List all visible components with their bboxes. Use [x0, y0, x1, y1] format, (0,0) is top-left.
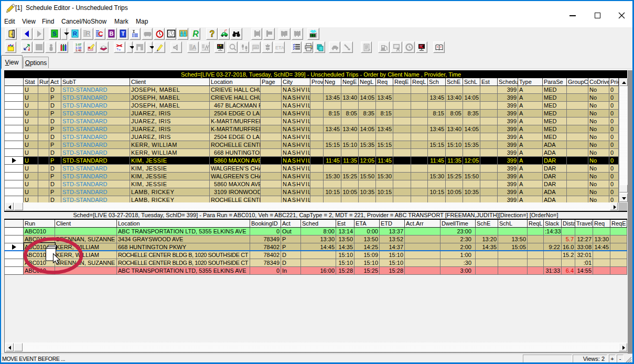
- svg-text:Trip: Trip: [116, 48, 121, 51]
- svg-text:?: ?: [225, 29, 227, 32]
- svg-text:A: A: [192, 44, 197, 50]
- svg-text:..: ..: [156, 49, 158, 52]
- svg-text:S: S: [52, 30, 56, 37]
- svg-text:1:40: 1:40: [76, 49, 81, 52]
- svg-text:R: R: [86, 30, 91, 37]
- svg-text:ETA: ETA: [275, 45, 284, 50]
- svg-text:?: ?: [210, 29, 215, 38]
- svg-text:R: R: [73, 30, 77, 37]
- svg-text:C: C: [98, 30, 103, 38]
- svg-text:T: T: [121, 30, 125, 37]
- svg-text:Lbl: Lbl: [254, 46, 257, 49]
- svg-text:R: R: [192, 29, 199, 38]
- svg-text:B: B: [110, 30, 114, 37]
